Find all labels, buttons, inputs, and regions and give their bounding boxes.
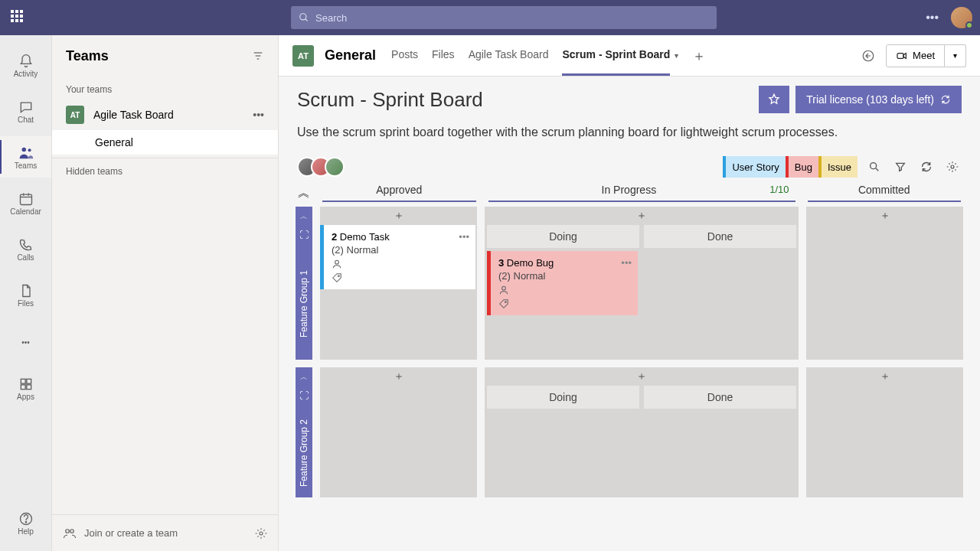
add-card-button[interactable] bbox=[485, 367, 799, 386]
calendar-icon bbox=[18, 191, 34, 207]
rail-teams[interactable]: Teams bbox=[0, 136, 51, 178]
svg-point-3 bbox=[28, 148, 31, 152]
swimlane-header[interactable]: ︿ ⛶ Feature Group 1 bbox=[296, 207, 312, 360]
swimlane-header[interactable]: ︿ ⛶ Feature Group 2 bbox=[296, 367, 312, 497]
favorite-button[interactable] bbox=[759, 86, 789, 113]
filter-board-icon[interactable] bbox=[891, 158, 910, 176]
svg-point-2 bbox=[21, 147, 26, 152]
card-more-icon[interactable]: ••• bbox=[459, 231, 469, 243]
svg-point-13 bbox=[25, 521, 26, 522]
collapse-lane-icon[interactable]: ︿ bbox=[300, 211, 308, 222]
card-task[interactable]: ••• 2 Demo Task (2) Normal bbox=[320, 225, 475, 289]
meet-button[interactable]: Meet bbox=[886, 44, 945, 67]
pin-icon[interactable]: ⛶ bbox=[299, 390, 309, 401]
add-tab-button[interactable]: ＋ bbox=[692, 47, 706, 65]
card-priority: (2) Normal bbox=[332, 244, 468, 256]
search-input[interactable] bbox=[315, 12, 709, 24]
channel-general[interactable]: General bbox=[52, 130, 278, 155]
pin-icon[interactable]: ⛶ bbox=[299, 230, 309, 240]
card-id: 2 bbox=[332, 231, 337, 243]
svg-point-19 bbox=[260, 532, 263, 535]
profile-avatar[interactable] bbox=[951, 7, 972, 28]
rail-calls[interactable]: Calls bbox=[0, 228, 51, 269]
search-icon bbox=[299, 12, 309, 23]
card-more-icon[interactable]: ••• bbox=[621, 257, 632, 269]
rail-label: Calls bbox=[17, 253, 34, 262]
settings-board-icon[interactable] bbox=[943, 158, 962, 176]
trial-text: Trial license (103 days left) bbox=[806, 93, 934, 106]
tab-posts[interactable]: Posts bbox=[391, 35, 418, 76]
collapse-lane-icon[interactable]: ︿ bbox=[300, 372, 308, 383]
subcolumn-doing: Doing bbox=[487, 225, 639, 248]
svg-rect-21 bbox=[897, 53, 903, 58]
add-card-button[interactable] bbox=[320, 367, 477, 386]
filter-icon[interactable] bbox=[252, 50, 264, 62]
svg-line-23 bbox=[876, 168, 878, 171]
file-icon bbox=[18, 282, 34, 299]
card-title: Demo Bug bbox=[507, 257, 554, 269]
svg-point-25 bbox=[335, 260, 339, 264]
more-icon[interactable]: ••• bbox=[923, 8, 942, 28]
rail-apps[interactable]: Apps bbox=[0, 367, 51, 409]
team-avatar: AT bbox=[66, 106, 84, 124]
add-card-button[interactable] bbox=[806, 367, 963, 386]
search-board-icon[interactable] bbox=[865, 158, 884, 176]
filter-bug[interactable]: Bug bbox=[786, 156, 818, 178]
add-card-button[interactable] bbox=[320, 207, 477, 225]
reply-icon[interactable] bbox=[861, 49, 875, 63]
meet-label: Meet bbox=[913, 50, 935, 61]
video-icon bbox=[896, 50, 908, 62]
column-in-progress: In Progress1/10 bbox=[488, 184, 795, 202]
rail-more[interactable]: ••• bbox=[0, 321, 51, 363]
refresh-icon[interactable] bbox=[940, 94, 951, 105]
card-id: 3 bbox=[498, 257, 504, 269]
rail-activity[interactable]: Activity bbox=[0, 44, 51, 86]
svg-rect-11 bbox=[26, 384, 31, 389]
collapse-all-icon[interactable]: ︽ bbox=[296, 185, 312, 201]
ellipsis-icon: ••• bbox=[18, 334, 34, 350]
trial-banner: Trial license (103 days left) bbox=[795, 86, 962, 113]
rail-chat[interactable]: Chat bbox=[0, 90, 51, 132]
team-item[interactable]: AT Agile Task Board ••• bbox=[52, 99, 278, 130]
add-card-button[interactable] bbox=[806, 207, 963, 225]
add-card-button[interactable] bbox=[485, 207, 799, 225]
svg-point-0 bbox=[300, 14, 306, 20]
tab-files[interactable]: Files bbox=[432, 35, 455, 76]
refresh-board-icon[interactable] bbox=[917, 158, 936, 176]
person-icon bbox=[498, 285, 630, 295]
member-avatars[interactable] bbox=[297, 157, 338, 177]
avatar[interactable] bbox=[325, 157, 345, 177]
rail-label: Calendar bbox=[10, 207, 41, 216]
rail-files[interactable]: Files bbox=[0, 274, 51, 315]
meet-chevron[interactable]: ▾ bbox=[945, 44, 966, 67]
filter-issue[interactable]: Issue bbox=[818, 156, 858, 178]
search-box[interactable] bbox=[291, 6, 717, 29]
svg-point-24 bbox=[951, 165, 954, 168]
swimlane-name: Feature Group 2 bbox=[299, 409, 309, 497]
join-create-team[interactable]: Join or create a team bbox=[84, 527, 178, 539]
join-create-icon bbox=[63, 527, 77, 540]
rail-label: Apps bbox=[17, 393, 34, 401]
gear-icon[interactable] bbox=[255, 527, 267, 540]
app-launcher[interactable] bbox=[8, 7, 29, 28]
svg-point-28 bbox=[505, 302, 506, 303]
svg-point-22 bbox=[871, 163, 877, 169]
presence-available-icon bbox=[965, 21, 973, 29]
tag-icon bbox=[498, 298, 630, 309]
hidden-teams-label[interactable]: Hidden teams bbox=[52, 158, 278, 181]
filter-user-story[interactable]: User Story bbox=[723, 156, 785, 178]
column-approved: Approved bbox=[322, 184, 476, 202]
tab-agile-task-board[interactable]: Agile Task Board bbox=[469, 35, 549, 76]
card-bug[interactable]: ••• 3 Demo Bug (2) Normal bbox=[487, 251, 638, 315]
help-icon bbox=[18, 510, 34, 527]
tab-scrum-sprint-board[interactable]: Scrum - Sprint Board bbox=[562, 35, 670, 76]
subcolumn-done: Done bbox=[644, 225, 796, 248]
board-description: Use the scrum sprint board together with… bbox=[279, 113, 980, 139]
rail-help[interactable]: Help bbox=[0, 502, 51, 543]
rail-calendar[interactable]: Calendar bbox=[0, 182, 51, 223]
svg-rect-8 bbox=[21, 379, 25, 383]
team-more-icon[interactable]: ••• bbox=[253, 109, 264, 121]
column-committed: Committed bbox=[808, 184, 962, 202]
phone-icon bbox=[18, 236, 34, 253]
chevron-down-icon[interactable]: ▾ bbox=[675, 51, 678, 60]
